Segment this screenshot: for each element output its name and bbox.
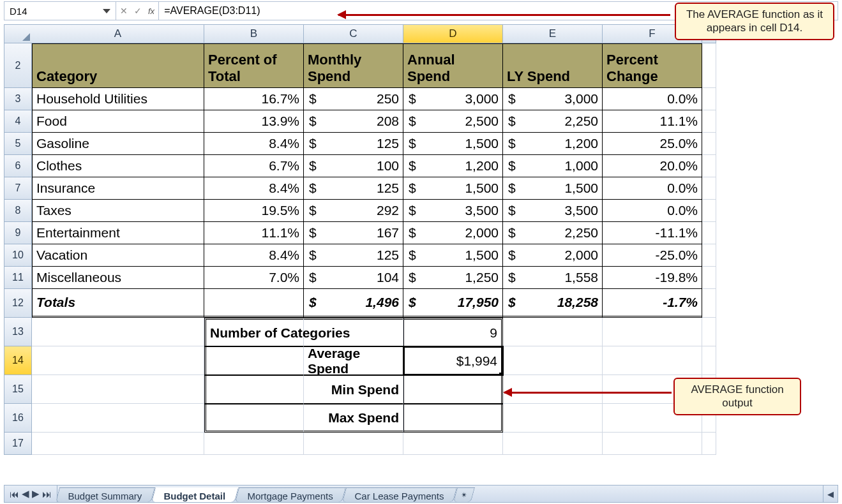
tab-car-lease-payments[interactable]: Car Lease Payments <box>342 487 457 502</box>
pct-cell[interactable]: 8.4% <box>204 244 304 267</box>
header-percent-change[interactable]: Percent Change <box>603 43 702 88</box>
ly-cell[interactable]: $2,250 <box>503 222 603 244</box>
cell[interactable] <box>32 404 204 433</box>
numcat-label-b[interactable]: Number of Categories <box>204 318 304 346</box>
cell[interactable] <box>603 318 702 346</box>
cell[interactable] <box>702 177 716 200</box>
annual-cell[interactable]: $1,250 <box>403 267 503 289</box>
ly-cell[interactable]: $1,558 <box>503 267 603 289</box>
change-cell[interactable]: 0.0% <box>603 177 702 200</box>
row-header-15[interactable]: 15 <box>4 375 32 404</box>
cell[interactable] <box>32 375 204 404</box>
avg-value[interactable]: $1,994 <box>403 346 503 375</box>
cell[interactable] <box>503 404 603 433</box>
cell[interactable] <box>702 155 716 177</box>
sheet-nav-next-icon[interactable]: ▶ <box>32 488 40 500</box>
monthly-cell[interactable]: $250 <box>304 88 403 110</box>
category-cell[interactable]: Entertainment <box>32 222 204 244</box>
select-all-corner[interactable] <box>4 24 32 43</box>
tab-budget-detail[interactable]: Budget Detail <box>151 487 239 502</box>
change-cell[interactable]: 25.0% <box>603 133 702 155</box>
pct-cell[interactable]: 6.7% <box>204 155 304 177</box>
totals-annual[interactable]: $17,950 <box>403 289 503 318</box>
category-cell[interactable]: Insurance <box>32 177 204 200</box>
totals-change[interactable]: -1.7% <box>603 289 702 318</box>
row-header-3[interactable]: 3 <box>4 88 32 110</box>
annual-cell[interactable]: $3,500 <box>403 200 503 222</box>
ly-cell[interactable]: $3,500 <box>503 200 603 222</box>
totals-ly[interactable]: $18,258 <box>503 289 603 318</box>
min-value[interactable] <box>403 375 503 404</box>
annual-cell[interactable]: $1,500 <box>403 244 503 267</box>
monthly-cell[interactable]: $167 <box>304 222 403 244</box>
pct-cell[interactable]: 8.4% <box>204 133 304 155</box>
tab-mortgage-payments[interactable]: Mortgage Payments <box>234 487 345 502</box>
row-header-5[interactable]: 5 <box>4 133 32 155</box>
category-cell[interactable]: Food <box>32 110 204 133</box>
cell[interactable] <box>702 346 716 375</box>
cell[interactable] <box>32 433 204 455</box>
name-box[interactable]: D14 <box>4 2 116 20</box>
col-header-A[interactable]: A <box>32 24 204 43</box>
cell[interactable] <box>403 433 503 455</box>
ly-cell[interactable]: $2,000 <box>503 244 603 267</box>
enter-icon[interactable]: ✓ <box>134 6 142 16</box>
monthly-cell[interactable]: $208 <box>304 110 403 133</box>
ly-cell[interactable]: $1,200 <box>503 133 603 155</box>
cell[interactable] <box>702 133 716 155</box>
header-percent-of-total[interactable]: Percent of Total <box>204 43 304 88</box>
header-ly-spend[interactable]: LY Spend <box>503 43 603 88</box>
cell[interactable] <box>503 346 603 375</box>
cell[interactable] <box>702 222 716 244</box>
cell[interactable] <box>702 43 716 88</box>
annual-cell[interactable]: $2,000 <box>403 222 503 244</box>
change-cell[interactable]: -25.0% <box>603 244 702 267</box>
cell[interactable] <box>702 433 716 455</box>
max-label-b[interactable] <box>204 404 304 433</box>
avg-label-b[interactable] <box>204 346 304 375</box>
change-cell[interactable]: 0.0% <box>603 200 702 222</box>
cell[interactable] <box>702 244 716 267</box>
category-cell[interactable]: Miscellaneous <box>32 267 204 289</box>
header-annual-spend[interactable]: Annual Spend <box>403 43 503 88</box>
monthly-cell[interactable]: $125 <box>304 177 403 200</box>
row-header-7[interactable]: 7 <box>4 177 32 200</box>
row-header-11[interactable]: 11 <box>4 267 32 289</box>
row-header-8[interactable]: 8 <box>4 200 32 222</box>
col-header-C[interactable]: C <box>304 24 403 43</box>
col-header-D[interactable]: D <box>403 24 503 43</box>
max-label-c[interactable]: Max Spend <box>304 404 403 433</box>
category-cell[interactable]: Household Utilities <box>32 88 204 110</box>
category-cell[interactable]: Gasoline <box>32 133 204 155</box>
pct-cell[interactable]: 7.0% <box>204 267 304 289</box>
row-header-12[interactable]: 12 <box>4 289 32 318</box>
row-header-16[interactable]: 16 <box>4 404 32 433</box>
monthly-cell[interactable]: $125 <box>304 133 403 155</box>
pct-cell[interactable]: 19.5% <box>204 200 304 222</box>
cell[interactable] <box>702 200 716 222</box>
totals-label[interactable]: Totals <box>32 289 204 318</box>
row-header-6[interactable]: 6 <box>4 155 32 177</box>
monthly-cell[interactable]: $125 <box>304 244 403 267</box>
pct-cell[interactable]: 16.7% <box>204 88 304 110</box>
col-header-B[interactable]: B <box>204 24 304 43</box>
cell[interactable] <box>304 433 403 455</box>
row-header-9[interactable]: 9 <box>4 222 32 244</box>
ly-cell[interactable]: $1,500 <box>503 177 603 200</box>
horizontal-scroll[interactable]: ◀ <box>823 485 838 502</box>
monthly-cell[interactable]: $104 <box>304 267 403 289</box>
pct-cell[interactable]: 8.4% <box>204 177 304 200</box>
row-header-13[interactable]: 13 <box>4 318 32 346</box>
cell[interactable] <box>702 267 716 289</box>
cell[interactable] <box>32 318 204 346</box>
header-category[interactable]: Category <box>32 43 204 88</box>
annual-cell[interactable]: $1,500 <box>403 133 503 155</box>
ly-cell[interactable]: $1,000 <box>503 155 603 177</box>
row-header-10[interactable]: 10 <box>4 244 32 267</box>
annual-cell[interactable]: $2,500 <box>403 110 503 133</box>
cell[interactable] <box>702 289 716 318</box>
cell[interactable] <box>702 88 716 110</box>
ly-cell[interactable]: $3,000 <box>503 88 603 110</box>
fx-icon[interactable]: fx <box>148 6 154 16</box>
pct-cell[interactable]: 13.9% <box>204 110 304 133</box>
